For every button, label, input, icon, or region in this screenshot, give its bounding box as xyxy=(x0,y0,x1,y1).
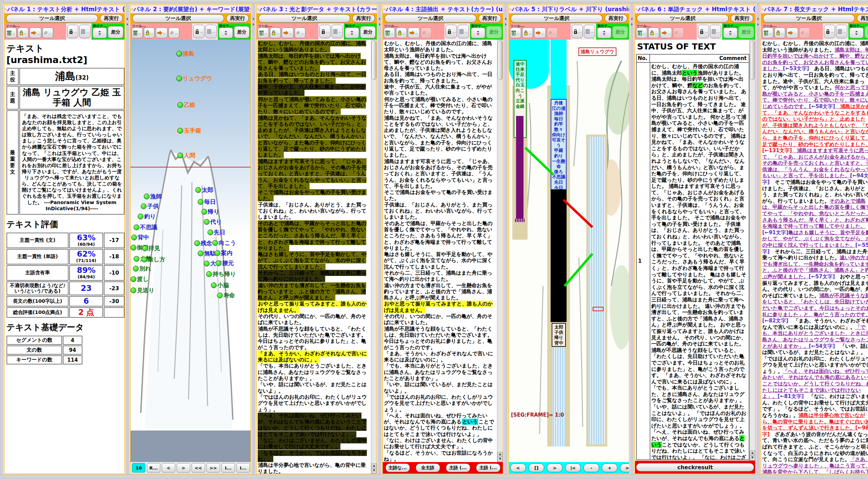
spinner-control[interactable] xyxy=(93,27,107,38)
doc-button[interactable]: ... xyxy=(836,25,847,38)
clip-button[interactable]: ... xyxy=(169,27,180,38)
rerun-button[interactable]: 再実行 xyxy=(478,14,501,23)
tool-select-button[interactable]: ツール選択 xyxy=(384,14,476,23)
subject-filter-button[interactable]: 全主語 xyxy=(416,463,440,472)
clip-button[interactable]: ... xyxy=(42,27,54,38)
spinner-control[interactable] xyxy=(345,27,359,38)
lock-button[interactable]: ... xyxy=(648,27,659,38)
keyword-marker[interactable]: 代り xyxy=(204,218,222,226)
keyword-marker[interactable]: 見送り xyxy=(131,286,154,294)
playback-button[interactable]: + xyxy=(602,463,617,472)
trash-button[interactable]: ... xyxy=(5,27,17,38)
black-lock-button[interactable]: ... xyxy=(446,25,457,38)
trash-button[interactable]: ... xyxy=(132,27,143,38)
forward-button[interactable]: ... xyxy=(660,27,672,38)
black-lock-button[interactable]: ... xyxy=(193,25,205,38)
scrollbar-thumb[interactable] xyxy=(498,40,502,80)
scroll-down-icon[interactable]: ▼ xyxy=(497,457,503,462)
spinner-control[interactable] xyxy=(219,27,233,38)
doc-button[interactable]: ... xyxy=(458,25,469,38)
lock-button[interactable]: ... xyxy=(396,27,407,38)
keyword-marker[interactable]: 乙姫 xyxy=(177,101,195,109)
keyword-marker[interactable]: 釣り xyxy=(138,213,156,220)
panel-4-scrollbar[interactable]: ▲▼ xyxy=(497,40,503,462)
keyword-marker[interactable]: 帰り xyxy=(201,208,219,216)
diff-button[interactable]: 差分 xyxy=(234,26,250,38)
keyword-marker[interactable]: 案内 xyxy=(215,249,233,257)
trash-button[interactable]: ... xyxy=(510,27,521,38)
spinner-control[interactable] xyxy=(597,27,611,38)
keyword-marker[interactable]: 漁師 xyxy=(144,193,162,200)
black-lock-button[interactable]: ... xyxy=(698,25,709,38)
keyword-marker[interactable]: 玉手箱 xyxy=(177,127,201,135)
subject-filter-button[interactable]: 主語な... xyxy=(386,463,410,472)
keyword-marker[interactable]: 不思議 xyxy=(134,223,157,231)
black-lock-button[interactable]: ... xyxy=(67,25,79,38)
keyword-marker[interactable]: 背中 xyxy=(131,234,149,241)
keyword-marker[interactable]: 毎日 xyxy=(198,198,216,206)
subject-filter-button[interactable]: 主語 (... xyxy=(446,463,470,472)
tool-select-button[interactable]: ツール選択 xyxy=(6,14,98,23)
panel-6-scrollbar[interactable]: ▲▼ xyxy=(749,40,755,461)
playback-button[interactable]: > xyxy=(547,463,563,472)
forward-button[interactable]: ... xyxy=(786,27,798,38)
tool-select-button[interactable]: ツール選択 xyxy=(258,14,350,23)
keyword-marker[interactable]: 拝見 xyxy=(142,244,160,252)
forward-button[interactable]: ... xyxy=(29,27,41,38)
nav-button[interactable]: << xyxy=(192,463,205,473)
doc-button[interactable]: ... xyxy=(79,25,91,38)
rerun-button[interactable]: 再実行 xyxy=(857,14,868,23)
doc-button[interactable]: ... xyxy=(584,25,595,38)
keyword-marker[interactable]: 腰元 xyxy=(216,259,234,267)
playback-button[interactable]: |< xyxy=(565,463,581,472)
keyword-marker[interactable]: 無駄 xyxy=(198,250,216,257)
black-lock-button[interactable]: ... xyxy=(824,25,835,38)
subject-filter-button[interactable]: 主語 (... xyxy=(476,463,500,472)
trash-button[interactable]: ... xyxy=(258,27,269,38)
rerun-button[interactable]: 再実行 xyxy=(226,14,249,23)
rerun-button[interactable]: 再実行 xyxy=(100,14,123,23)
panel-splitter[interactable] xyxy=(126,3,129,475)
lock-button[interactable]: ... xyxy=(522,27,533,38)
scroll-down-icon[interactable]: ▼ xyxy=(371,468,377,474)
spinner-control[interactable] xyxy=(849,27,864,38)
keyword-marker[interactable]: リュウグウ xyxy=(176,75,212,82)
panel-splitter[interactable] xyxy=(505,3,507,475)
playback-button[interactable]: - xyxy=(584,463,599,472)
keyword-marker[interactable]: 別れ xyxy=(133,265,151,273)
scroll-down-icon[interactable]: ▼ xyxy=(750,455,755,461)
playback-button[interactable]: >| xyxy=(620,463,630,472)
keyword-marker[interactable]: 寿命 xyxy=(217,292,235,299)
panel-3-scrollbar[interactable]: ▲▼ xyxy=(371,40,377,474)
checkresult-button[interactable]: checkresult xyxy=(636,463,754,472)
keyword-marker[interactable]: 先日 xyxy=(208,228,225,236)
rerun-button[interactable]: 再実行 xyxy=(605,14,627,23)
lock-button[interactable]: ... xyxy=(144,27,155,38)
clip-button[interactable]: ... xyxy=(295,27,306,38)
forward-button[interactable]: ... xyxy=(534,27,546,38)
nav-button[interactable]: > xyxy=(177,463,190,473)
keyword-marker[interactable]: 子供 xyxy=(141,202,159,210)
panel-splitter[interactable] xyxy=(378,3,381,475)
trash-button[interactable]: ... xyxy=(384,27,395,38)
keyword-marker[interactable]: 小脇 xyxy=(211,281,229,289)
keyword-marker[interactable]: 向こう xyxy=(212,239,236,247)
black-lock-button[interactable]: ... xyxy=(572,25,583,38)
scrollbar-thumb[interactable] xyxy=(750,40,755,80)
doc-button[interactable]: ... xyxy=(205,25,217,38)
lock-button[interactable]: ... xyxy=(774,27,786,38)
keyword-marker[interactable]: 太郎 xyxy=(195,186,213,194)
doc-button[interactable]: ... xyxy=(710,25,721,38)
panel-splitter[interactable] xyxy=(631,3,633,475)
keyword-marker[interactable]: 人間 xyxy=(177,152,195,159)
keyword-marker[interactable]: 渡し xyxy=(131,275,149,283)
panel-splitter[interactable] xyxy=(757,3,760,475)
lock-button[interactable]: ... xyxy=(270,27,281,38)
nav-button[interactable]: >> xyxy=(206,463,220,473)
tool-select-button[interactable]: ツール選択 xyxy=(637,14,729,23)
nav-button[interactable]: R... xyxy=(147,463,160,473)
diff-button[interactable]: 差分 xyxy=(360,26,376,38)
tool-select-button[interactable]: ツール選択 xyxy=(511,14,603,23)
scrollbar-thumb[interactable] xyxy=(372,40,376,80)
keyword-marker[interactable]: 持ち帰り xyxy=(206,270,236,278)
